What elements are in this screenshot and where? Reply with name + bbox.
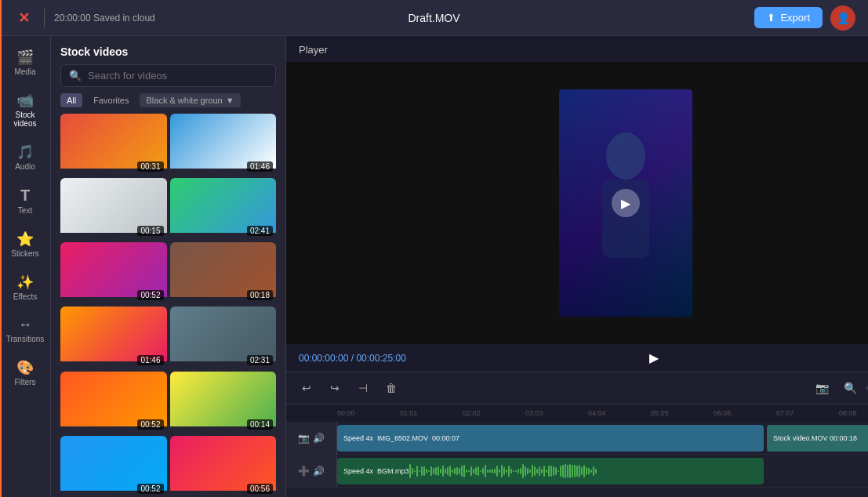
avatar[interactable]: 👤 bbox=[830, 5, 855, 31]
wave-bar-67 bbox=[567, 465, 568, 477]
video-thumb-10[interactable]: 00:52 bbox=[60, 436, 167, 497]
timeline-section: ↩ ↪ ⊣ 🗑 📷 🔍 🔎 00:0001:0102:0203:0304:040… bbox=[286, 372, 868, 497]
wave-bar-19 bbox=[454, 468, 456, 474]
video-thumb-7[interactable]: 02:31 bbox=[170, 307, 277, 368]
wave-bar-3 bbox=[416, 466, 418, 477]
wave-bar-17 bbox=[449, 466, 451, 476]
wave-bar-76 bbox=[588, 468, 590, 474]
video-duration-6: 01:46 bbox=[137, 355, 163, 365]
wave-bar-7 bbox=[426, 469, 427, 473]
add-track-icon[interactable]: ➕ bbox=[298, 466, 310, 477]
export-button[interactable]: ⬆ Export bbox=[754, 7, 823, 28]
effects-icon: ✨ bbox=[16, 274, 34, 291]
wave-bar-66 bbox=[565, 464, 566, 478]
wave-bar-35 bbox=[492, 469, 493, 473]
ruler-mark-3: 03:03 bbox=[525, 409, 588, 417]
wave-bar-30 bbox=[480, 470, 481, 473]
sidebar-item-transitions-label: Transitions bbox=[6, 335, 45, 343]
wave-bar-58 bbox=[546, 470, 547, 472]
video-duration-3: 02:41 bbox=[247, 226, 273, 236]
video-duration-7: 02:31 bbox=[247, 355, 273, 365]
audio-waveform bbox=[409, 463, 757, 479]
split-button[interactable]: ⊣ bbox=[352, 377, 374, 399]
video-grid: 00:31 01:46 00:15 02:41 00:52 00:18 01:4… bbox=[51, 114, 285, 497]
sidebar-item-media-label: Media bbox=[14, 67, 35, 76]
video-thumb-1[interactable]: 01:46 bbox=[170, 114, 277, 175]
video-thumb-4[interactable]: 00:52 bbox=[60, 242, 167, 303]
ruler-mark-4: 04:04 bbox=[588, 409, 651, 417]
stock-panel-title: Stock videos bbox=[51, 36, 285, 64]
video-thumb-9[interactable]: 00:14 bbox=[170, 372, 277, 433]
wave-bar-5 bbox=[421, 466, 423, 476]
video-thumb-6[interactable]: 01:46 bbox=[60, 307, 167, 368]
ruler-mark-6: 06:06 bbox=[714, 409, 776, 417]
wave-bar-70 bbox=[574, 465, 576, 478]
player-controls: 00:00:00:00 / 00:00:25:00 ▶ 9:16 ▼ ⛶ bbox=[286, 344, 868, 372]
audio-track-controls: ➕ 🔊 bbox=[286, 455, 337, 487]
sidebar-item-filters[interactable]: 🎨 Filters bbox=[3, 353, 47, 393]
wave-bar-59 bbox=[548, 466, 550, 477]
sidebar-item-text[interactable]: T Text bbox=[3, 180, 47, 221]
timeline-toolbar: ↩ ↪ ⊣ 🗑 📷 🔍 🔎 bbox=[286, 372, 868, 404]
wave-bar-74 bbox=[583, 465, 585, 477]
stock-clip-label: Stock video.MOV 00:00:18 bbox=[773, 434, 857, 442]
current-time: 00:00:00:00 / 00:00:25:00 bbox=[299, 353, 406, 364]
search-box: 🔍 bbox=[60, 64, 276, 87]
filter-tab-all[interactable]: All bbox=[60, 93, 82, 107]
ruler-mark-1: 01:01 bbox=[400, 409, 463, 417]
wave-bar-42 bbox=[508, 466, 510, 476]
camera-track-icon[interactable]: 📷 bbox=[298, 433, 310, 444]
filter-tabs: All Favorites Black & white groun ▼ bbox=[51, 93, 285, 114]
main-video-clip[interactable]: Speed 4x IMG_6502.MOV 00:00:07 bbox=[337, 425, 764, 452]
wave-bar-2 bbox=[414, 470, 416, 473]
video-thumb-3[interactable]: 02:41 bbox=[170, 178, 277, 239]
wave-bar-51 bbox=[529, 470, 531, 473]
wave-bar-12 bbox=[438, 466, 439, 476]
wave-bar-21 bbox=[459, 468, 460, 474]
wave-bar-34 bbox=[489, 470, 491, 473]
video-thumb-11[interactable]: 00:56 bbox=[170, 436, 277, 497]
zoom-out-button[interactable]: 🔍 bbox=[839, 377, 861, 399]
undo-button[interactable]: ↩ bbox=[296, 377, 318, 399]
sidebar-item-transitions[interactable]: ↔ Transitions bbox=[3, 310, 47, 350]
video-thumb-2[interactable]: 00:15 bbox=[60, 178, 167, 239]
search-input[interactable] bbox=[88, 70, 267, 82]
play-pause-button[interactable]: ▶ bbox=[649, 350, 659, 365]
sidebar-item-media[interactable]: 🎬 Media bbox=[3, 42, 47, 82]
svg-point-0 bbox=[606, 132, 645, 180]
wave-bar-53 bbox=[534, 466, 536, 477]
sidebar-item-effects-label: Effects bbox=[13, 292, 37, 301]
delete-button[interactable]: 🗑 bbox=[380, 377, 402, 399]
text-icon: T bbox=[20, 187, 30, 205]
video-duration-10: 00:52 bbox=[137, 484, 163, 494]
wave-bar-10 bbox=[433, 468, 434, 473]
video-thumb-8[interactable]: 00:52 bbox=[60, 372, 167, 433]
sidebar-item-audio[interactable]: 🎵 Audio bbox=[3, 137, 47, 177]
wave-bar-18 bbox=[452, 470, 453, 473]
video-thumb-5[interactable]: 00:18 bbox=[170, 242, 277, 303]
video-thumb-0[interactable]: 00:31 bbox=[60, 114, 167, 175]
camera-button[interactable]: 📷 bbox=[811, 377, 833, 399]
sidebar-item-audio-label: Audio bbox=[15, 162, 35, 171]
sidebar-item-stickers[interactable]: ⭐ Stickers bbox=[3, 224, 47, 264]
video-duration-1: 01:46 bbox=[247, 161, 273, 172]
volume-track-icon[interactable]: 🔊 bbox=[313, 433, 325, 444]
sidebar-item-stock-videos[interactable]: 📹 Stock videos bbox=[3, 85, 47, 134]
redo-button[interactable]: ↪ bbox=[324, 377, 346, 399]
wave-bar-6 bbox=[423, 466, 425, 476]
audio-mute-icon[interactable]: 🔊 bbox=[313, 466, 325, 477]
play-button[interactable]: ▶ bbox=[612, 189, 640, 217]
stock-video-clip[interactable]: Stock video.MOV 00:00:18 bbox=[767, 425, 868, 452]
sidebar-item-effects[interactable]: ✨ Effects bbox=[3, 267, 47, 307]
wave-bar-77 bbox=[590, 470, 592, 473]
topbar: ✕ 20:00:00 Saved in cloud Draft.MOV ⬆ Ex… bbox=[0, 0, 868, 36]
wave-bar-37 bbox=[496, 466, 498, 477]
audio-clip[interactable]: Speed 4x BGM.mp3 bbox=[337, 458, 764, 484]
wave-bar-16 bbox=[447, 467, 449, 476]
video-duration-11: 00:56 bbox=[247, 484, 273, 494]
filter-dropdown[interactable]: Black & white groun ▼ bbox=[140, 93, 240, 107]
filter-tab-favorites[interactable]: Favorites bbox=[87, 93, 135, 107]
wave-bar-13 bbox=[440, 469, 441, 473]
timeline-ruler: 00:0001:0102:0203:0304:0405:0506:0607:07… bbox=[286, 404, 868, 422]
wave-bar-40 bbox=[503, 467, 505, 475]
